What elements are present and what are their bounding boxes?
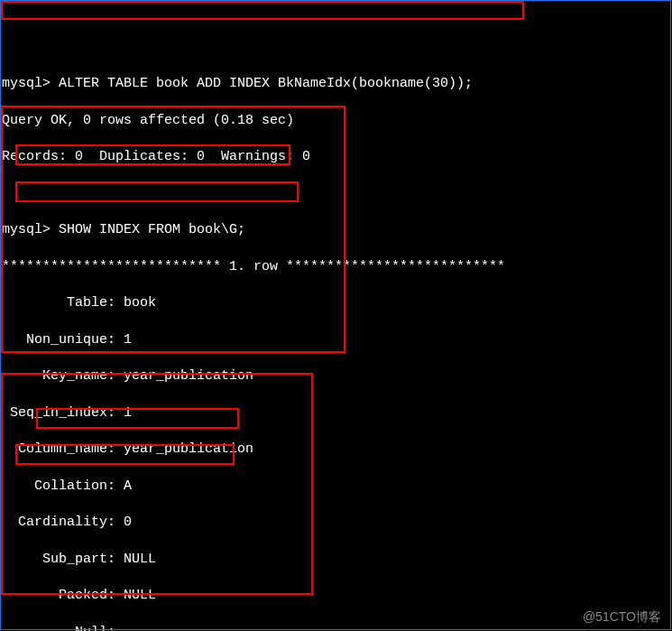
row-separator-1: *************************** 1. row *****… (2, 258, 672, 276)
highlight-command1 (1, 1, 524, 20)
row1-subpart: Sub_part: NULL (2, 551, 672, 569)
watermark: @51CTO博客 (583, 608, 661, 626)
row1-collation: Collation: A (2, 478, 672, 496)
row1-packed: Packed: NULL (2, 587, 672, 605)
records-line: Records: 0 Duplicates: 0 Warnings: 0 (2, 148, 672, 166)
sql-command: SHOW INDEX FROM book\G; (59, 222, 245, 237)
row1-table: Table: book (2, 294, 672, 312)
row1-nonunique: Non_unique: 1 (2, 331, 672, 349)
row1-keyname: Key_name: year_publication (2, 367, 672, 385)
row1-seqinindex: Seq_in_index: 1 (2, 404, 672, 422)
sql-command: ALTER TABLE book ADD INDEX BkNameIdx(boo… (59, 76, 473, 91)
outer-border (0, 0, 671, 630)
command-line-1[interactable]: mysql> ALTER TABLE book ADD INDEX BkName… (2, 75, 672, 93)
command-line-2[interactable]: mysql> SHOW INDEX FROM book\G; (2, 221, 672, 239)
row1-columnname: Column_name: year_publication (2, 441, 672, 459)
prompt: mysql> (2, 76, 51, 91)
query-ok-line: Query OK, 0 rows affected (0.18 sec) (2, 112, 672, 130)
blank-line (2, 185, 672, 203)
prompt: mysql> (2, 222, 51, 237)
row1-null: Null: (2, 624, 672, 632)
row1-cardinality: Cardinality: 0 (2, 514, 672, 532)
